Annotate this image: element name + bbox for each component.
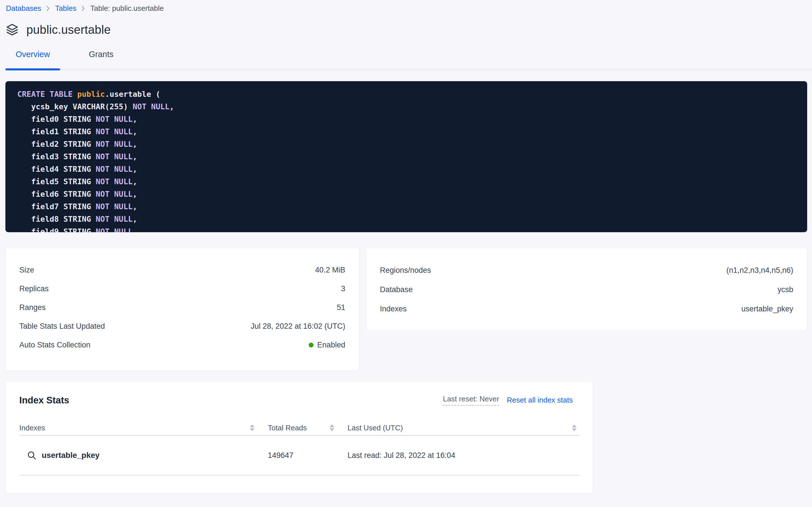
table-stats-card: Size40.2 MiBReplicas3Ranges51Table Stats… [5, 248, 359, 371]
sort-icon[interactable] [249, 424, 255, 432]
sql-token: NOT NULL [96, 177, 132, 186]
reset-all-index-stats-link[interactable]: Reset all index stats [507, 396, 573, 404]
index-total-reads: 149647 [268, 451, 348, 460]
detail-row: Databaseycsb [380, 280, 793, 299]
sql-line: ycsb_key VARCHAR(255) NOT NULL, [17, 101, 795, 113]
sql-token: , [132, 127, 137, 136]
sql-token: field7 STRING [17, 202, 96, 211]
sql-token: , [132, 165, 137, 173]
detail-row: Auto Stats CollectionEnabled [19, 336, 345, 354]
table-stack-icon [5, 23, 19, 37]
column-header-last-used[interactable]: Last Used (UTC) [348, 424, 579, 432]
sql-token: , [132, 215, 137, 223]
sql-token: , [132, 115, 137, 123]
sql-token: public [77, 90, 105, 99]
breadcrumb-link-tables[interactable]: Tables [55, 4, 76, 13]
sql-token: , [132, 140, 137, 149]
sql-line: field6 STRING NOT NULL, [17, 188, 795, 201]
sql-token: field1 STRING [17, 127, 96, 136]
last-reset-label[interactable]: Last reset: Never [443, 395, 499, 406]
sql-token: field9 STRING [17, 227, 96, 232]
detail-value: 3 [341, 284, 345, 293]
sql-token: field3 STRING [17, 152, 96, 161]
sql-token: , [132, 177, 137, 186]
detail-value-text: 40.2 MiB [315, 266, 345, 275]
sql-line: field7 STRING NOT NULL, [17, 201, 795, 213]
index-stats-header: Index Stats Last reset: Never Reset all … [19, 395, 579, 406]
detail-value-text: ycsb [777, 285, 793, 294]
sql-token: NOT NULL [96, 140, 132, 149]
detail-row: Ranges51 [19, 298, 345, 317]
create-table-statement[interactable]: CREATE TABLE public.usertable ( ycsb_key… [5, 81, 807, 232]
index-name-cell: usertable_pkey [19, 451, 268, 460]
detail-label: Database [380, 285, 413, 294]
detail-value: usertable_pkey [741, 304, 793, 314]
detail-value: Jul 28, 2022 at 16:02 (UTC) [251, 322, 345, 331]
sql-token: NOT NULL [96, 227, 132, 232]
detail-value-text: 3 [341, 284, 345, 293]
detail-label: Auto Stats Collection [19, 341, 90, 349]
index-last-used: Last read: Jul 28, 2022 at 16:04 [348, 451, 579, 460]
table-meta-card: Regions/nodes(n1,n2,n3,n4,n5,n6)Database… [366, 248, 807, 331]
sql-token: field2 STRING [17, 140, 96, 149]
page-header: public.usertable [5, 23, 812, 37]
sort-icon[interactable] [329, 424, 335, 432]
detail-row: Regions/nodes(n1,n2,n3,n4,n5,n6) [380, 261, 793, 280]
index-stats-controls: Last reset: Never Reset all index stats [443, 395, 579, 406]
index-table-row[interactable]: usertable_pkey149647Last read: Jul 28, 2… [19, 436, 579, 475]
breadcrumb-link-databases[interactable]: Databases [6, 4, 41, 13]
detail-label: Indexes [380, 304, 407, 314]
chevron-right-icon [46, 5, 50, 12]
sql-token: .usertable ( [105, 90, 160, 99]
detail-label: Replicas [19, 284, 49, 293]
sql-token: NOT NULL [96, 115, 132, 123]
column-label: Last Used (UTC) [348, 424, 403, 432]
index-stats-card: Index Stats Last reset: Never Reset all … [5, 381, 593, 493]
sql-token: ycsb_key VARCHAR(255) [17, 102, 132, 111]
index-table-header: Indexes Total Reads Last Used (UTC) [19, 420, 579, 436]
sql-token: CREATE TABLE [17, 90, 77, 99]
detail-value: 51 [337, 303, 345, 312]
sql-token: NOT NULL [132, 102, 169, 111]
column-header-total-reads[interactable]: Total Reads [268, 424, 348, 432]
detail-value: (n1,n2,n3,n4,n5,n6) [726, 266, 793, 275]
sql-line: field3 STRING NOT NULL, [17, 151, 795, 163]
sql-line: field1 STRING NOT NULL, [17, 125, 795, 138]
status-dot-green [309, 343, 314, 347]
column-label: Total Reads [268, 424, 307, 432]
sql-token: , [132, 190, 137, 199]
sql-token: field5 STRING [17, 177, 96, 186]
sql-token: NOT NULL [96, 152, 132, 161]
tab-grants[interactable]: Grants [74, 47, 129, 69]
sql-token: , [132, 152, 137, 161]
sql-token: NOT NULL [96, 165, 132, 173]
sql-token: , [132, 227, 137, 232]
detail-value-text: Enabled [317, 341, 345, 349]
tab-bar: Overview Grants [5, 47, 812, 70]
tab-overview[interactable]: Overview [5, 47, 60, 69]
detail-label: Regions/nodes [380, 266, 431, 275]
sql-token: , [169, 102, 174, 111]
detail-value: ycsb [777, 285, 793, 294]
sql-line: field4 STRING NOT NULL, [17, 163, 795, 175]
sql-line: CREATE TABLE public.usertable ( [17, 88, 795, 101]
detail-value: Enabled [309, 341, 345, 349]
sql-token: , [132, 202, 137, 211]
detail-row: Size40.2 MiB [19, 261, 345, 279]
detail-value-text: usertable_pkey [741, 304, 793, 314]
detail-row: Replicas3 [19, 279, 345, 298]
index-name-link[interactable]: usertable_pkey [42, 451, 100, 460]
details-section: Size40.2 MiBReplicas3Ranges51Table Stats… [5, 248, 812, 371]
sql-token: field4 STRING [17, 165, 96, 173]
detail-label: Size [19, 266, 34, 275]
sql-line: field2 STRING NOT NULL, [17, 138, 795, 151]
detail-value-text: 51 [337, 303, 345, 312]
column-header-indexes[interactable]: Indexes [19, 424, 268, 432]
index-stats-title: Index Stats [19, 395, 69, 406]
detail-label: Table Stats Last Updated [19, 322, 105, 331]
sql-line: field9 STRING NOT NULL, [17, 225, 795, 232]
sql-line: field0 STRING NOT NULL, [17, 113, 795, 125]
sql-token: NOT NULL [96, 202, 132, 211]
detail-label: Ranges [19, 303, 46, 312]
sort-icon[interactable] [571, 424, 577, 432]
